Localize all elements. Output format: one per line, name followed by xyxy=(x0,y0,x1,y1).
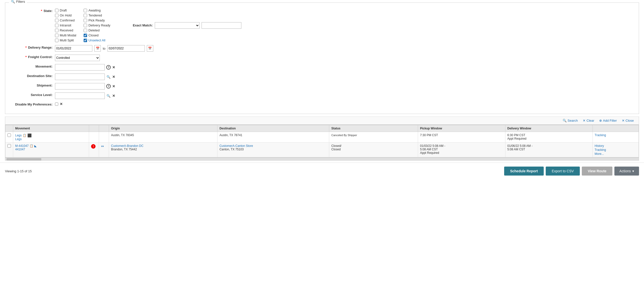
row-origin-name-link[interactable]: CustomerA-Brandon DC xyxy=(111,144,143,148)
horizontal-scrollbar[interactable] xyxy=(5,158,639,161)
row-more-link[interactable]: More... xyxy=(595,152,636,156)
row-tracking-link[interactable]: Tracking xyxy=(595,133,636,137)
row-tracking-link-2[interactable]: Tracking xyxy=(595,148,636,152)
row-delivery-cell: 6:30 PM CST Appt Required xyxy=(505,132,592,143)
checkbox-awaiting-input[interactable] xyxy=(84,9,87,12)
destination-site-input[interactable] xyxy=(55,74,105,80)
disable-prefs-clear-btn[interactable]: ✕ xyxy=(60,102,63,106)
checkbox-intransit-input[interactable] xyxy=(55,24,58,27)
shipment-input[interactable] xyxy=(55,83,105,89)
checkbox-closed-input[interactable] xyxy=(84,34,87,37)
checkbox-confirmed-input[interactable] xyxy=(55,19,58,22)
scroll-thumb[interactable] xyxy=(6,158,41,161)
service-level-search-icon[interactable]: 🔍 xyxy=(106,93,111,98)
freight-control-row: * Freight Control: Controlled Uncontroll… xyxy=(10,55,634,61)
view-route-button[interactable]: View Route xyxy=(582,167,612,176)
row-origin-cell: Austin, TX 78345 xyxy=(109,132,218,143)
checkbox-intransit[interactable]: Intransit xyxy=(55,24,76,27)
row-dest-cell-2: CustomerA-Canton Store Canton, TX 75103 xyxy=(217,143,329,157)
checkbox-received[interactable]: Received xyxy=(55,29,76,32)
service-level-input[interactable] xyxy=(55,92,105,99)
checkbox-draft[interactable]: Draft xyxy=(55,9,76,12)
movement-input[interactable] xyxy=(55,64,105,71)
movement-clear-btn[interactable]: ✕ xyxy=(112,65,115,69)
checkbox-pickready-input[interactable] xyxy=(84,19,87,22)
service-level-content: 🔍 ✕ xyxy=(55,92,115,99)
checkbox-deliveryready[interactable]: Delivery Ready xyxy=(84,24,110,27)
state-col2: Awaiting Tendered Pick Ready Delivery Re… xyxy=(84,9,110,42)
actions-button[interactable]: Actions ▾ xyxy=(614,167,639,176)
row-delivery-cell-2: 01/06/22 5:08 AM - 5:08 AM CST xyxy=(505,143,592,157)
movement-help-icon[interactable]: ? xyxy=(106,65,111,70)
clear-link[interactable]: ✕ Clear xyxy=(583,119,594,122)
shipment-clear-btn[interactable]: ✕ xyxy=(112,84,115,88)
checkbox-onhold[interactable]: On Hold xyxy=(55,14,76,17)
row-legs-sub-link[interactable]: Legs xyxy=(15,137,22,141)
movement-content: ? ✕ xyxy=(55,64,115,71)
checkbox-received-input[interactable] xyxy=(55,29,58,32)
service-level-clear-btn[interactable]: ✕ xyxy=(112,94,115,98)
checkbox-tendered[interactable]: Tendered xyxy=(84,14,110,17)
destination-site-row: Destination Site: 🔍 ✕ xyxy=(10,74,634,80)
row-dest-name-link[interactable]: CustomerA-Canton Store xyxy=(220,144,253,148)
date-to-input[interactable] xyxy=(108,45,145,52)
service-level-row: Service Level: 🔍 ✕ xyxy=(10,92,634,99)
col-icons2 xyxy=(99,125,109,132)
row-checkbox-1[interactable] xyxy=(8,133,11,137)
date-from-input[interactable] xyxy=(55,45,92,52)
exact-match-select[interactable] xyxy=(155,22,200,29)
close-link[interactable]: ✕ Close xyxy=(622,119,634,122)
row-checkbox-cell-2 xyxy=(6,143,13,157)
col-actions-links xyxy=(592,125,638,132)
add-filter-link[interactable]: ⊕ Add Filter xyxy=(599,119,617,122)
row-checkbox-2[interactable] xyxy=(8,144,11,148)
checkbox-unselectall-input[interactable] xyxy=(84,39,87,42)
exact-match-input[interactable] xyxy=(202,22,242,29)
destination-site-clear-btn[interactable]: ✕ xyxy=(112,75,115,79)
disable-prefs-checkbox[interactable] xyxy=(55,102,58,106)
shipment-help-icon[interactable]: ? xyxy=(106,84,111,88)
row-history-link[interactable]: History xyxy=(595,144,636,148)
search-icon: 🔍 xyxy=(11,0,15,4)
schedule-report-button[interactable]: Schedule Report xyxy=(504,167,544,176)
destination-site-label: Destination Site: xyxy=(10,74,55,78)
filter-panel: 🔍 Filters * State: Draft xyxy=(5,3,639,114)
checkbox-onhold-input[interactable] xyxy=(55,14,58,17)
add-filter-icon: ⊕ xyxy=(599,119,602,122)
row-legs-link[interactable]: Legs xyxy=(15,134,22,137)
disable-prefs-content: ✕ xyxy=(55,102,63,106)
destination-site-search-icon[interactable]: 🔍 xyxy=(106,75,111,79)
row-movement-id-link[interactable]: M-441047 xyxy=(15,144,28,148)
checkbox-closed[interactable]: Closed xyxy=(84,33,110,37)
checkbox-multimodal[interactable]: Multi Modal xyxy=(55,33,76,37)
freight-control-select[interactable]: Controlled Uncontrolled xyxy=(55,55,100,61)
checkbox-unselectall[interactable]: Unselect All xyxy=(84,38,110,42)
checkbox-pickready[interactable]: Pick Ready xyxy=(84,19,110,22)
checkbox-draft-input[interactable] xyxy=(55,9,58,12)
checkbox-multisplit-input[interactable] xyxy=(55,39,58,42)
checkbox-multisplit[interactable]: Multi Split xyxy=(55,38,76,42)
col-icons1 xyxy=(89,125,99,132)
row-pickup-cell: 7:30 PM CST xyxy=(418,132,505,143)
checkbox-awaiting[interactable]: Awaiting xyxy=(84,9,110,12)
checkbox-tendered-input[interactable] xyxy=(84,14,87,17)
row-warn-cell xyxy=(89,132,99,143)
date-separator: to xyxy=(103,47,106,50)
checkbox-deleted-input[interactable] xyxy=(84,29,87,32)
date-from-calendar-btn[interactable]: 📅 xyxy=(94,45,101,52)
row-movement-sub-link[interactable]: 441047 xyxy=(15,148,25,151)
destination-site-content: 🔍 ✕ xyxy=(55,74,115,80)
checkbox-deleted[interactable]: Deleted xyxy=(84,29,110,32)
checkbox-deliveryready-input[interactable] xyxy=(84,24,87,27)
checkbox-confirmed[interactable]: Confirmed xyxy=(55,19,76,22)
freight-control-content: Controlled Uncontrolled xyxy=(55,55,100,61)
checkbox-multimodal-input[interactable] xyxy=(55,34,58,37)
row-book-icon: 📋 xyxy=(23,134,26,137)
row-links-cell-2: History Tracking More... xyxy=(592,143,638,157)
search-link[interactable]: 🔍 Search xyxy=(563,119,578,122)
date-to-calendar-btn[interactable]: 📅 xyxy=(147,45,153,52)
col-pickup: Pickup Window xyxy=(418,125,505,132)
unselect-all-link[interactable]: Unselect All xyxy=(88,38,105,42)
export-csv-button[interactable]: Export to CSV xyxy=(546,167,580,176)
table-body: Legs 📋 ⬛ Legs Austin, TX 78345 xyxy=(6,132,639,157)
